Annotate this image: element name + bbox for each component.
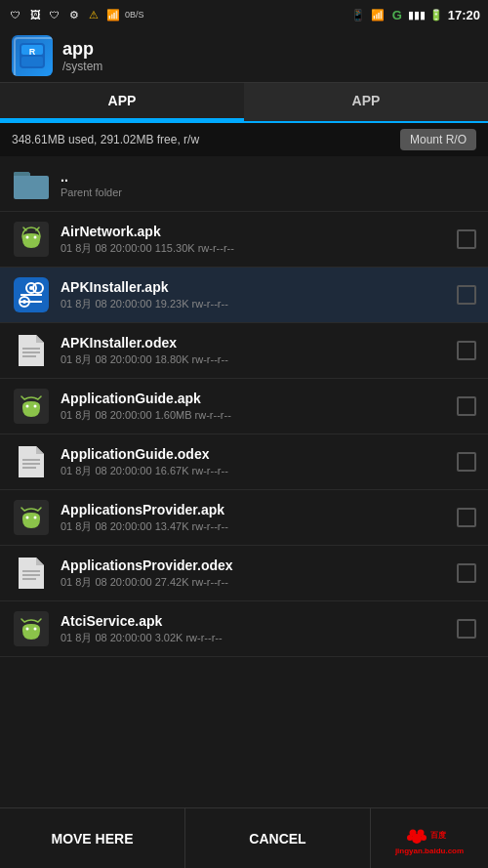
apk-icon [12,609,51,648]
list-item[interactable]: ApplicationsProvider.odex 01 8月 08 20:00… [0,546,488,601]
file-meta: 01 8月 08 20:00:00 3.02K rw-r--r-- [61,631,457,645]
cancel-button[interactable]: CANCEL [185,808,371,868]
signal-icon: 📶 [370,7,386,22]
status-time: 17:20 [448,8,480,22]
battery-icon: 🔋 [428,7,444,22]
status-left: 🛡 🖼 🛡 ⚙ ⚠ 📶 0B/S [8,7,144,22]
move-here-button[interactable]: MOVE HERE [0,808,185,868]
file-checkbox[interactable] [457,396,476,416]
list-item[interactable]: APKInstaller.apk 01 8月 08 20:00:00 19.23… [0,268,488,323]
storage-text: 348.61MB used, 291.02MB free, r/w [12,133,199,146]
app-name: app [62,39,102,60]
folder-icon [12,164,51,203]
file-info: .. Parent folder [61,169,476,198]
baidu-url: jingyan.baidu.com [395,847,464,855]
file-meta: 01 8月 08 20:00:00 16.67K rw-r--r-- [61,464,457,478]
svg-text:百度: 百度 [430,830,447,840]
list-item[interactable]: ApplicationsProvider.apk 01 8月 08 20:00:… [0,490,488,546]
file-meta: 01 8月 08 20:00:00 19.23K rw-r--r-- [61,297,457,311]
list-item[interactable]: APKInstaller.odex 01 8月 08 20:00:00 18.8… [0,323,488,379]
file-info: ApplicationGuide.odex 01 8月 08 20:00:00 … [61,446,457,478]
baidu-logo: 百度 jingyan.baidu.com [371,808,488,868]
apk-icon [12,220,51,259]
file-meta: 01 8月 08 20:00:00 27.42K rw-r--r-- [61,575,457,590]
file-name: APKInstaller.apk [61,279,457,295]
wifi-icon: 📶 [105,7,121,22]
app-path: /system [62,60,102,73]
list-item[interactable]: ApplicationGuide.odex 01 8月 08 20:00:00 … [0,434,488,490]
file-name: AtciService.apk [61,613,457,629]
bottom-action-bar: MOVE HERE CANCEL 百度 jingyan.baidu.com [0,807,488,868]
svg-text:R: R [29,47,36,57]
file-name: ApplicationsProvider.apk [61,502,457,517]
file-name: AirNetwork.apk [61,224,457,239]
app-header: R app /system [0,29,488,83]
svg-point-45 [407,835,413,841]
warning-icon: ⚠ [86,7,102,22]
file-checkbox[interactable] [457,563,476,583]
file-meta: Parent folder [61,186,476,198]
file-info: AtciService.apk 01 8月 08 20:00:00 3.02K … [61,613,457,645]
apk-installer-icon [12,275,51,314]
file-meta: 01 8月 08 20:00:00 13.47K rw-r--r-- [61,519,457,534]
file-checkbox[interactable] [457,229,476,249]
phone-icon: 📱 [350,7,366,22]
image-icon: 🖼 [27,7,43,22]
mount-button[interactable]: Mount R/O [400,129,476,150]
file-meta: 01 8月 08 20:00:00 115.30K rw-r--r-- [61,241,457,256]
carrier-icon: G [389,7,405,22]
file-checkbox[interactable] [457,341,476,360]
svg-point-6 [26,236,29,239]
file-info: AirNetwork.apk 01 8月 08 20:00:00 115.30K… [61,224,457,256]
odex-icon [12,554,51,593]
odex-icon [12,331,51,370]
odex-icon [12,442,51,481]
svg-point-38 [26,628,29,631]
apk-icon [12,498,51,537]
svg-point-16 [29,286,33,290]
list-item[interactable]: AtciService.apk 01 8月 08 20:00:00 3.02K … [0,601,488,657]
svg-point-39 [34,628,37,631]
app-icon-status: ⚙ [66,7,82,22]
header-text: app /system [62,39,102,73]
list-item[interactable]: AirNetwork.apk 01 8月 08 20:00:00 115.30K… [0,212,488,268]
svg-rect-2 [21,57,43,66]
svg-point-23 [34,405,37,408]
tab-app-1[interactable]: APP [0,83,244,121]
file-info: ApplicationGuide.apk 01 8月 08 20:00:00 1… [61,391,457,423]
file-info: ApplicationsProvider.odex 01 8月 08 20:00… [61,558,457,590]
file-name: APKInstaller.odex [61,335,457,351]
svg-point-17 [22,300,26,304]
security-icon: 🛡 [47,7,62,22]
svg-point-30 [26,517,29,519]
file-info: APKInstaller.apk 01 8月 08 20:00:00 19.23… [61,279,457,311]
apk-icon [12,387,51,426]
storage-info-bar: 348.61MB used, 291.02MB free, r/w Mount … [0,123,488,156]
network-speed: 0B/S [125,10,144,20]
shield-icon: 🛡 [8,7,23,22]
file-checkbox[interactable] [457,285,476,305]
svg-rect-0 [20,43,45,68]
svg-point-31 [34,517,37,519]
file-meta: 01 8月 08 20:00:00 18.80K rw-r--r-- [61,352,457,367]
file-checkbox[interactable] [457,452,476,472]
svg-point-22 [26,405,29,408]
file-meta: 01 8月 08 20:00:00 1.60MB rw-r--r-- [61,408,457,423]
file-name: ApplicationGuide.apk [61,391,457,406]
tab-bar: APP APP [0,83,488,123]
file-name: .. [61,169,476,185]
status-right: 📱 📶 G ▮▮▮ 🔋 17:20 [350,7,480,22]
svg-point-7 [34,236,37,239]
file-checkbox[interactable] [457,619,476,639]
list-item[interactable]: ApplicationGuide.apk 01 8月 08 20:00:00 1… [0,379,488,434]
file-name: ApplicationGuide.odex [61,446,457,462]
file-checkbox[interactable] [457,508,476,527]
file-info: APKInstaller.odex 01 8月 08 20:00:00 18.8… [61,335,457,367]
app-logo: R [12,35,53,76]
file-name: ApplicationsProvider.odex [61,558,457,573]
status-bar: 🛡 🖼 🛡 ⚙ ⚠ 📶 0B/S 📱 📶 G ▮▮▮ 🔋 17:20 [0,0,488,29]
tab-app-2[interactable]: APP [244,83,488,121]
list-item[interactable]: .. Parent folder [0,156,488,212]
file-info: ApplicationsProvider.apk 01 8月 08 20:00:… [61,502,457,534]
svg-point-46 [421,835,427,841]
